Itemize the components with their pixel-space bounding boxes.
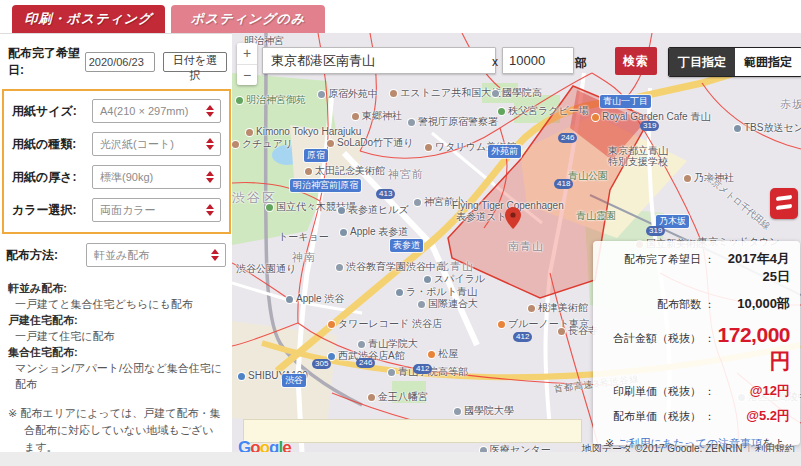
select-spinner-icon <box>211 249 219 261</box>
unit-label: 部 <box>575 55 587 72</box>
select-spinner-icon <box>206 171 214 183</box>
estimate-label: 配布完了希望日 ： <box>603 252 715 267</box>
estimate-label: 合計金額（税抜） ： <box>603 331 715 346</box>
field-label: 用紙の厚さ: <box>12 169 92 186</box>
map-zoom-control: + − <box>237 43 257 85</box>
times-label: x <box>492 55 498 69</box>
select-value: 軒並み配布 <box>94 248 149 263</box>
estimate-value: 2017年4月25日 <box>715 250 790 286</box>
select-value: A4(210 × 297mm) <box>100 105 188 117</box>
zoom-in-button[interactable]: + <box>237 43 257 65</box>
estimate-row: 配布完了希望日 ：2017年4月25日 <box>593 250 800 286</box>
distribution-definitions: 軒並み配布:一戸建てと集合住宅どちらにも配布戸建住宅配布:一戸建て住宅に配布集合… <box>8 281 224 393</box>
select-value: 両面カラー <box>100 203 156 218</box>
estimate-row: 合計金額（税抜） ：172,000円 <box>593 323 800 375</box>
select-field-0[interactable]: A4(210 × 297mm) <box>92 99 221 123</box>
definition-term: 戸建住宅配布: <box>8 313 224 329</box>
select-field-3[interactable]: 両面カラー <box>92 198 221 222</box>
field-label: カラー選択: <box>12 202 92 219</box>
paper-options-group: 用紙サイズ:A4(210 × 297mm)用紙の種類:光沢紙(コート)用紙の厚さ… <box>2 89 231 234</box>
field-row: 用紙サイズ:A4(210 × 297mm) <box>12 99 221 123</box>
estimate-value: 172,000円 <box>715 323 790 375</box>
page: 印刷・ポスティング ポスティングのみ 配布完了希望日: 日付を選択 用紙サイズ:… <box>0 0 801 466</box>
definition-desc: 一戸建てと集合住宅どちらにも配布 <box>8 297 224 313</box>
estimate-panel: 配布完了希望日 ：2017年4月25日配布部数 ：10,000部合計金額（税抜）… <box>593 241 800 445</box>
field-label: 用紙の種類: <box>12 136 92 153</box>
order-form-sidebar: 配布完了希望日: 日付を選択 用紙サイズ:A4(210 × 297mm)用紙の種… <box>0 33 232 453</box>
pick-date-button[interactable]: 日付を選択 <box>163 52 227 72</box>
select-value: 光沢紙(コート) <box>100 137 174 152</box>
definition-desc: 一戸建て住宅に配布 <box>8 329 224 345</box>
date-label: 配布完了希望日: <box>8 45 82 79</box>
date-input[interactable] <box>85 52 155 72</box>
estimate-value: @12円 <box>715 382 790 400</box>
chome-select-button[interactable]: 丁目指定 <box>669 48 735 76</box>
select-spinner-icon <box>206 204 214 216</box>
area-note: ※ 配布エリアによっては、戸建て配布・集合配布に対応していない地域もございます。 <box>8 405 224 456</box>
select-field-2[interactable]: 標準(90kg) <box>92 165 221 189</box>
definition-desc: マンション/アパート/公団など集合住宅に配布 <box>8 361 224 393</box>
map-info-bar <box>243 419 582 443</box>
tab-posting-only[interactable]: ポスティングのみ <box>171 5 325 33</box>
field-row: 配布方法:軒並み配布 <box>6 243 226 267</box>
field-label: 用紙サイズ: <box>12 103 92 120</box>
select-spinner-icon <box>206 138 214 150</box>
select-field-4[interactable]: 軒並み配布 <box>86 243 226 267</box>
map-pin <box>505 207 521 229</box>
definition-term: 軒並み配布: <box>8 281 224 297</box>
feedback-widget-icon[interactable] <box>770 188 798 219</box>
estimate-row: 配布部数 ：10,000部 <box>593 295 800 313</box>
select-value: 標準(90kg) <box>100 170 153 185</box>
estimate-rows: 配布完了希望日 ：2017年4月25日配布部数 ：10,000部合計金額（税抜）… <box>593 250 800 425</box>
field-row: 用紙の厚さ:標準(90kg) <box>12 165 221 189</box>
date-field-row: 配布完了希望日: 日付を選択 <box>8 45 227 79</box>
search-button[interactable]: 検索 <box>615 47 657 75</box>
field-row: カラー選択:両面カラー <box>12 198 221 222</box>
tab-print-posting[interactable]: 印刷・ポスティング <box>12 5 165 33</box>
select-spinner-icon <box>206 105 214 117</box>
field-label: 配布方法: <box>6 247 86 264</box>
address-input[interactable] <box>262 47 496 74</box>
estimate-label: 印刷単価（税抜） ： <box>603 384 715 399</box>
range-select-button[interactable]: 範囲指定 <box>735 48 801 76</box>
area-mode-toggle: 丁目指定 範囲指定 <box>668 47 801 77</box>
estimate-label: 配布部数 ： <box>603 297 715 312</box>
definition-term: 集合住宅配布: <box>8 345 224 361</box>
estimate-row: 配布単価（税抜） ：@5.2円 <box>593 407 800 425</box>
estimate-value: 10,000部 <box>715 295 790 313</box>
quantity-input[interactable] <box>502 47 574 74</box>
method-row-slot: 配布方法:軒並み配布 <box>0 243 232 267</box>
estimate-value: @5.2円 <box>715 407 790 425</box>
footer-strip <box>0 452 801 466</box>
zoom-out-button[interactable]: − <box>237 65 257 86</box>
estimate-row: 印刷単価（税抜） ：@12円 <box>593 382 800 400</box>
field-row: 用紙の種類:光沢紙(コート) <box>12 132 221 156</box>
estimate-label: 配布単価（税抜） ： <box>603 409 715 424</box>
select-field-1[interactable]: 光沢紙(コート) <box>92 132 221 156</box>
